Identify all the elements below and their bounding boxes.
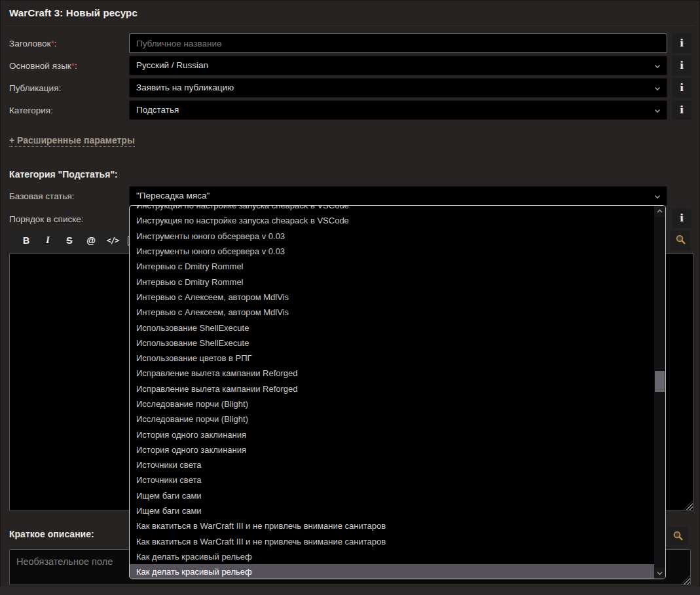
italic-button[interactable]: I [41,235,54,246]
publication-info-button[interactable]: i [672,78,691,98]
list-order-label: Порядок в списке: [9,214,84,224]
dropdown-option[interactable]: Инструкция по настройке запуска cheapack… [130,213,654,228]
title-input[interactable] [129,33,667,53]
dropdown-scrollbar[interactable] [654,206,665,579]
title-field-label: Заголовок*: [9,39,57,48]
dropdown-option[interactable]: Ищем баги сами [130,503,654,518]
dropdown-option[interactable]: История одного заклинания [130,427,654,442]
info-icon: i [680,81,684,94]
base-article-select[interactable]: "Пересадка мяса" [129,186,667,206]
scroll-up-button[interactable] [654,206,665,217]
dropdown-option[interactable]: История одного заклинания [130,442,654,457]
base-article-label: Базовая статья: [9,191,75,201]
dropdown-option[interactable]: Инструкция по настройке запуска cheapack… [130,206,654,213]
base-article-dropdown: Инструкция по настройке запуска cheapack… [129,205,666,579]
dropdown-option[interactable]: Инструменты юного обсервера v 0.03 [130,244,654,259]
info-icon: i [680,104,684,117]
chevron-down-icon [654,62,661,70]
dropdown-option[interactable]: Как вкатиться в WarCraft III и не привле… [130,534,654,549]
chevron-down-icon [654,107,661,115]
language-field-label: Основной язык*: [9,61,77,71]
dropdown-option[interactable]: Интервью с Алексеем, автором MdlVis [130,290,654,305]
info-icon: i [680,212,684,225]
dropdown-option[interactable]: Исправление вылета кампании Reforged [130,366,654,381]
category-info-button[interactable]: i [672,100,691,120]
bold-button[interactable]: B [20,235,33,246]
language-info-button[interactable]: i [672,56,691,75]
editor-search-button[interactable] [671,231,690,250]
publication-field-label: Публикация: [9,83,61,93]
advanced-params-link[interactable]: + Расширенные параметры [9,135,135,147]
dropdown-option[interactable]: Ищем баги сами [130,488,654,503]
chevron-down-icon [654,193,661,201]
category-select[interactable]: Подстатья [129,100,667,120]
dropdown-option[interactable]: Использование ShellExecute [130,336,654,351]
link-icon[interactable]: @ [84,235,98,246]
dropdown-option[interactable]: Интервью с Dmitry Rommel [130,274,654,289]
publication-select[interactable]: Заявить на публикацию [129,78,667,98]
dropdown-option[interactable]: Как делать красивый рельеф [130,549,654,564]
list-order-info-button[interactable]: i [672,208,691,228]
dropdown-option[interactable]: Инструменты юного обсервера v 0.03 [130,229,654,244]
footer-strip [0,586,700,595]
strikethrough-button[interactable]: S [63,235,76,246]
search-icon [675,234,686,247]
search-icon [672,530,684,543]
dropdown-option[interactable]: Исследование порчи (Blight) [130,412,654,427]
dropdown-option[interactable]: Исследование порчи (Blight) [130,396,654,412]
short-description-label: Краткое описание: [9,529,94,539]
dropdown-list: Инструкция по настройке запуска cheapack… [130,206,654,579]
info-icon: i [680,37,684,50]
title-info-button[interactable]: i [672,33,691,53]
dropdown-option[interactable]: Использование ShellExecute [130,320,654,335]
category-field-label: Категория: [9,106,53,115]
dropdown-option[interactable]: Как делать красивый рельеф [130,564,654,579]
dropdown-option[interactable]: Исправление вылета кампании Reforged [130,381,654,396]
new-resource-form: WarCraft 3: Новый ресурс Заголовок*: i О… [0,0,700,595]
dropdown-option[interactable]: Источники света [130,472,654,488]
chevron-down-icon [654,85,661,92]
page-title: WarCraft 3: Новый ресурс [9,7,138,18]
dropdown-option[interactable]: Использование цветов в РПГ [130,351,654,366]
language-select[interactable]: Русский / Russian [129,56,667,75]
dropdown-option[interactable]: Как вкатиться в WarCraft III и не привле… [130,518,654,533]
short-description-search-button[interactable] [668,527,688,547]
info-icon: i [680,59,684,72]
scroll-down-button[interactable] [654,567,665,579]
code-icon[interactable]: </> [106,236,119,245]
subcategory-header: Категория "Подстатья": [9,169,118,180]
dropdown-option[interactable]: Источники света [130,457,654,472]
title-divider [5,26,695,26]
dropdown-option[interactable]: Интервью с Алексеем, автором MdlVis [130,305,654,320]
dropdown-option[interactable]: Интервью с Dmitry Rommel [130,259,654,274]
scrollbar-thumb[interactable] [655,371,665,392]
